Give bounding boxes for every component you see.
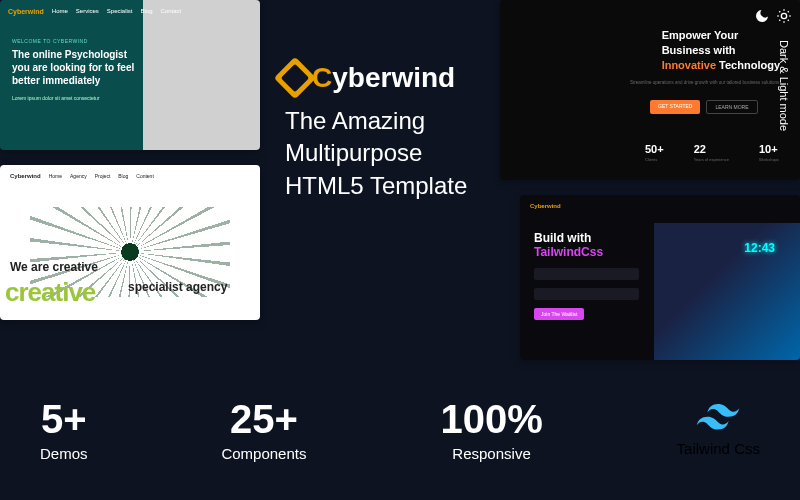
- demo3-nav: Cyberwind HomeAgencyProjectBlogContent: [10, 173, 154, 179]
- demo2-headline: Empower Your Business with Innovative Te…: [662, 28, 780, 73]
- sun-icon: [776, 8, 792, 24]
- demo4-nav: Cyberwind: [530, 203, 561, 209]
- stat-demos: 5+ Demos: [40, 399, 88, 462]
- demo1-nav: Cyberwind HomeServicesSpecialistBlogCont…: [8, 8, 181, 15]
- svg-point-0: [781, 13, 786, 18]
- demo3-line3: specialist agency: [128, 280, 227, 294]
- demo3-line1: We are creative: [10, 260, 98, 274]
- stat-responsive: 100% Responsive: [440, 399, 542, 462]
- demo1-headline: The online Psychologist you are looking …: [12, 48, 142, 87]
- demo2-buttons: GET STARTED LEARN MORE: [650, 100, 758, 114]
- tagline: The Amazing Multipurpose HTML5 Template: [285, 105, 467, 202]
- demo-tailwind-dark: Cyberwind Build withTailwindCss Join The…: [520, 195, 800, 360]
- demo-psychologist: Cyberwind HomeServicesSpecialistBlogCont…: [0, 0, 260, 150]
- tailwind-icon: [696, 404, 740, 430]
- moon-icon: [754, 8, 770, 24]
- demo1-welcome: WELCOME TO CYBERWIND: [12, 38, 88, 44]
- brand-icon: [274, 57, 316, 99]
- clock-display: 12:43: [744, 241, 775, 255]
- demo2-stats: 50+Clients 22Years of experience 10+Work…: [645, 143, 779, 162]
- demo-creative-agency: Cyberwind HomeAgencyProjectBlogContent W…: [0, 165, 260, 320]
- brand-logo: Cyberwind: [280, 62, 455, 94]
- theme-toggle[interactable]: [754, 8, 792, 24]
- join-waitlist-button[interactable]: Join The Waitlist: [534, 308, 584, 320]
- demo2-subtext: Streamline operations and drive growth w…: [630, 80, 780, 85]
- demo1-subtext: Lorem ipsum dolor sit amet consectetur: [12, 95, 100, 101]
- demo4-input[interactable]: [534, 288, 639, 300]
- feature-stats: 5+ Demos 25+ Components 100% Responsive …: [40, 399, 760, 462]
- stat-components: 25+ Components: [221, 399, 306, 462]
- demo4-title: Build withTailwindCss: [534, 231, 654, 260]
- demo4-input[interactable]: [534, 268, 639, 280]
- demo-business-dark: Empower Your Business with Innovative Te…: [500, 0, 800, 180]
- learn-more-button[interactable]: LEARN MORE: [706, 100, 757, 114]
- demo4-workspace-image: 12:43: [654, 223, 800, 360]
- dark-light-label: Dark & Light mode: [778, 40, 790, 131]
- demo3-creative: creative: [5, 277, 95, 308]
- get-started-button[interactable]: GET STARTED: [650, 100, 700, 114]
- tailwind-badge: Tailwind Css: [677, 404, 760, 457]
